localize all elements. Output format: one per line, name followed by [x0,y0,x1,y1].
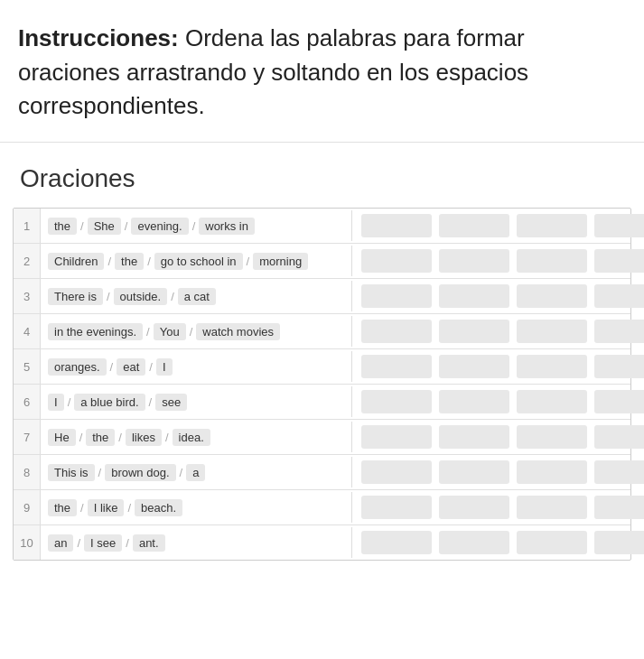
word-chip[interactable]: a cat [178,288,216,305]
drop-slot[interactable] [517,320,587,343]
drop-slot[interactable] [517,214,587,237]
drop-slot[interactable] [361,249,432,273]
word-separator: / [171,290,174,303]
drop-slot[interactable] [594,214,644,237]
drop-slot[interactable] [361,390,432,413]
table-row: 5oranges./eat/I [14,349,630,385]
word-chip[interactable]: I see [84,534,122,552]
drop-slot[interactable] [594,390,644,413]
word-chip[interactable]: the [86,429,115,446]
row-number: 3 [14,279,41,313]
drop-slot[interactable] [439,249,509,273]
drop-slot[interactable] [361,284,432,308]
drop-slot[interactable] [439,390,509,413]
drop-slot[interactable] [594,496,644,519]
drop-slot[interactable] [517,460,587,484]
word-separator: / [80,501,84,515]
drop-slot[interactable] [594,425,644,449]
word-chip[interactable]: I [48,394,64,411]
drop-slot[interactable] [594,284,644,308]
table-row: 10an/I see/ant. [14,525,630,560]
word-chip[interactable]: idea. [173,429,210,446]
word-chip[interactable]: the [115,253,144,270]
word-separator: / [68,395,71,409]
table-row: 6I/a blue bird./see [14,385,630,420]
drop-slot[interactable] [439,214,509,237]
drop-slot[interactable] [439,284,509,308]
drop-slot[interactable] [517,249,587,273]
drop-slot[interactable] [517,425,587,449]
word-chip[interactable]: ant. [133,534,165,552]
drop-slot[interactable] [439,355,509,378]
word-chip[interactable]: watch movies [196,323,280,340]
word-chip[interactable]: She [88,218,121,235]
drop-slot[interactable] [439,460,509,484]
drop-slot[interactable] [439,531,509,554]
drop-slot[interactable] [517,496,587,519]
drop-slot[interactable] [361,425,432,449]
word-chip[interactable]: brown dog. [105,464,175,481]
drop-slot[interactable] [517,531,587,554]
word-chip[interactable]: evening. [131,218,188,235]
word-chip[interactable]: likes [126,429,162,446]
word-chip[interactable]: You [154,323,186,340]
word-chip[interactable]: oranges. [48,358,107,376]
row-number: 9 [14,490,41,524]
drop-slot[interactable] [594,249,644,273]
word-chip[interactable]: go to school in [154,253,243,270]
table-row: 9the/I like/beach. [14,490,630,525]
word-separator: / [126,536,129,550]
word-chip[interactable]: the [48,218,77,235]
word-separator: / [127,501,131,515]
drop-slot[interactable] [594,531,644,554]
instructions-bold: Instrucciones: [18,24,179,51]
word-chip[interactable]: There is [48,288,103,305]
drop-slot[interactable] [439,320,509,343]
drop-slot[interactable] [361,496,432,519]
word-chip[interactable]: works in [199,218,255,235]
word-separator: / [180,466,183,479]
word-chip[interactable]: morning [253,253,308,270]
drop-slot[interactable] [517,390,587,413]
word-chip[interactable]: see [155,394,187,411]
drop-slot[interactable] [361,214,432,237]
drop-slot[interactable] [594,320,644,343]
word-chip[interactable]: in the evenings. [48,323,143,340]
word-chip[interactable]: the [48,499,77,516]
word-chip[interactable]: I like [88,499,125,516]
word-chip[interactable]: He [48,429,76,446]
word-chip[interactable]: eat [117,358,145,376]
drop-slot[interactable] [361,460,432,484]
word-chip[interactable]: outside. [114,288,168,305]
word-chip[interactable]: an [48,534,73,552]
word-separator: / [146,325,150,339]
row-drop-slots [352,385,644,419]
row-drop-slots [352,279,644,313]
drop-slot[interactable] [517,284,587,308]
word-separator: / [80,219,84,233]
row-words: the/She/evening./works in [41,210,352,241]
word-chip[interactable]: Children [48,253,104,270]
word-separator: / [149,395,153,409]
drop-slot[interactable] [594,460,644,484]
drop-slot[interactable] [517,355,587,378]
drop-slot[interactable] [361,531,432,554]
word-separator: / [190,325,193,339]
word-chip[interactable]: a [186,464,205,481]
oraciones-title: Oraciones [13,164,631,193]
drop-slot[interactable] [439,425,509,449]
drop-slot[interactable] [361,355,432,378]
row-words: He/the/likes/idea. [41,422,352,452]
word-chip[interactable]: a blue bird. [74,394,145,411]
drop-slot[interactable] [439,496,509,519]
row-words: in the evenings./You/watch movies [41,316,352,347]
word-chip[interactable]: beach. [135,499,182,516]
word-separator: / [247,255,250,268]
drop-slot[interactable] [361,320,432,343]
word-separator: / [165,431,169,444]
word-separator: / [98,466,102,479]
word-chip[interactable]: This is [48,464,95,481]
word-chip[interactable]: I [156,358,173,376]
row-words: I/a blue bird./see [41,386,352,417]
drop-slot[interactable] [594,355,644,378]
